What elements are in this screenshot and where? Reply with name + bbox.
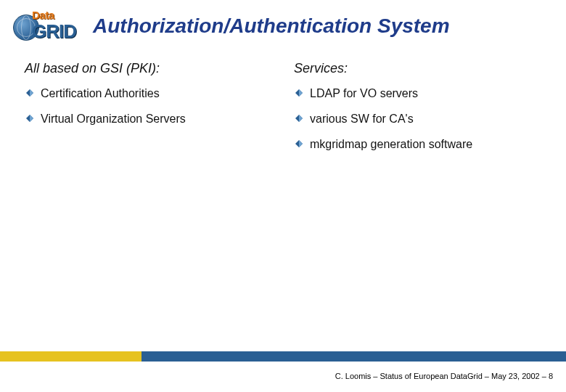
- list-item: mkgridmap generation software: [310, 137, 541, 152]
- datagrid-logo: Data GRID: [15, 10, 84, 42]
- diamond-bullet-icon: [26, 89, 33, 97]
- list-item: LDAP for VO servers: [310, 86, 541, 102]
- diamond-bullet-icon: [26, 115, 33, 122]
- list-item: Virtual Organization Servers: [41, 112, 272, 127]
- svg-marker-1: [30, 89, 33, 97]
- left-column: All based on GSI (PKI): Certification Au…: [25, 61, 272, 162]
- svg-marker-7: [299, 115, 303, 122]
- header: Data GRID Authorization/Authentication S…: [0, 0, 566, 48]
- bullet-text: LDAP for VO servers: [310, 87, 418, 99]
- right-bullets: LDAP for VO servers various SW for CA's …: [294, 86, 541, 152]
- diamond-bullet-icon: [295, 89, 303, 97]
- list-item: various SW for CA's: [310, 112, 541, 127]
- logo-top-text: Data: [32, 9, 54, 21]
- logo-bottom-text: GRID: [32, 20, 76, 43]
- svg-marker-5: [299, 89, 303, 97]
- left-heading: All based on GSI (PKI):: [25, 61, 272, 76]
- bullet-text: Certification Authorities: [41, 87, 160, 99]
- svg-marker-9: [299, 140, 303, 147]
- bullet-text: mkgridmap generation software: [310, 138, 472, 150]
- diamond-bullet-icon: [295, 140, 303, 147]
- footer-stripe: [0, 351, 566, 362]
- left-bullets: Certification Authorities Virtual Organi…: [25, 86, 272, 127]
- right-column: Services: LDAP for VO servers various SW…: [294, 61, 541, 162]
- bullet-text: various SW for CA's: [310, 113, 414, 125]
- bullet-text: Virtual Organization Servers: [41, 113, 186, 125]
- slide-body: All based on GSI (PKI): Certification Au…: [0, 48, 566, 162]
- slide-title: Authorization/Authentication System: [93, 15, 551, 38]
- diamond-bullet-icon: [295, 115, 303, 122]
- footer-text: C. Loomis – Status of European DataGrid …: [335, 372, 553, 380]
- list-item: Certification Authorities: [41, 86, 272, 102]
- right-heading: Services:: [294, 61, 541, 76]
- svg-marker-3: [30, 115, 33, 122]
